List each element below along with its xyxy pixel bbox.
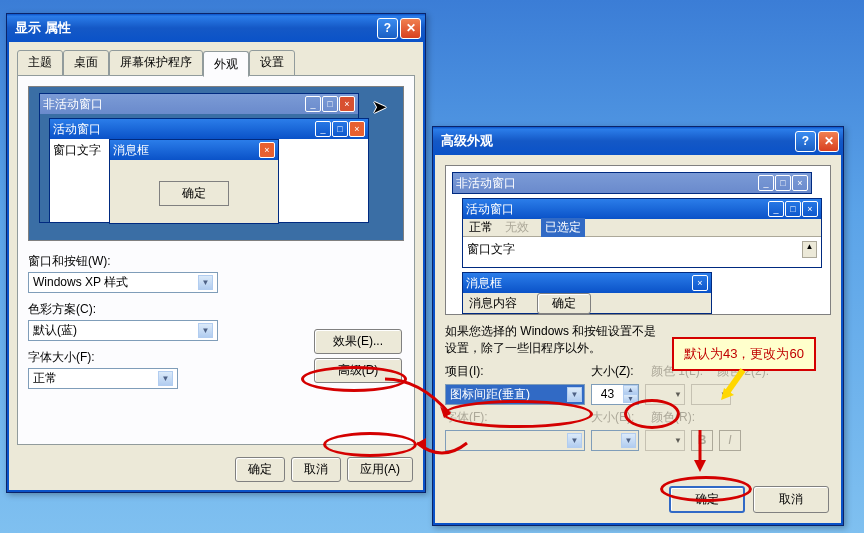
spin-up-icon[interactable]: ▲ <box>623 385 638 394</box>
cancel-button[interactable]: 取消 <box>753 486 829 513</box>
close-icon: × <box>259 142 275 158</box>
close-icon: × <box>339 96 355 112</box>
min-icon: _ <box>758 175 774 191</box>
combo-color-scheme[interactable]: 默认(蓝)▼ <box>28 320 218 341</box>
window-title: 高级外观 <box>437 132 795 150</box>
menu-disabled: 无效 <box>505 219 529 236</box>
menu-normal: 正常 <box>469 219 493 236</box>
min-icon: _ <box>768 201 784 217</box>
advanced-appearance-dialog: 高级外观 ? ✕ 非活动窗口 _□× 活动窗口 _□× 正常 无效 已选 <box>432 126 844 526</box>
tab-screensaver[interactable]: 屏幕保护程序 <box>109 50 203 76</box>
spin-down-icon[interactable]: ▼ <box>623 394 638 403</box>
dropdown-icon: ▼ <box>567 433 582 448</box>
dropdown-icon: ▼ <box>198 323 213 338</box>
preview-window-text: 窗口文字 <box>467 241 515 258</box>
combo-font-size[interactable]: 正常▼ <box>28 368 178 389</box>
max-icon: □ <box>785 201 801 217</box>
combo-item[interactable]: 图标间距(垂直)▼ <box>445 384 585 405</box>
tab-appearance[interactable]: 外观 <box>203 51 249 77</box>
fcolor-button: ▼ <box>645 430 685 451</box>
display-properties-dialog: 显示 属性 ? ✕ 主题 桌面 屏幕保护程序 外观 设置 非活动窗口 _□× 活… <box>6 13 426 493</box>
tab-theme[interactable]: 主题 <box>17 50 63 76</box>
close-icon: × <box>802 201 818 217</box>
titlebar[interactable]: 显示 属性 ? ✕ <box>7 14 425 42</box>
spinner-size[interactable]: 43 ▲▼ <box>591 384 639 405</box>
dropdown-icon: ▼ <box>567 387 582 402</box>
dropdown-icon: ▼ <box>198 275 213 290</box>
close-icon: × <box>692 275 708 291</box>
menu-selected: 已选定 <box>541 218 585 237</box>
ok-button[interactable]: 确定 <box>235 457 285 482</box>
max-icon: □ <box>775 175 791 191</box>
min-icon: _ <box>305 96 321 112</box>
close-icon: × <box>349 121 365 137</box>
label-size: 大小(Z): <box>591 363 645 380</box>
tab-desktop[interactable]: 桌面 <box>63 50 109 76</box>
label-fsize: 大小(E): <box>591 409 645 426</box>
advanced-button[interactable]: 高级(D) <box>314 358 402 383</box>
color1-button: ▼ <box>645 384 685 405</box>
bold-button: B <box>691 430 713 451</box>
preview-msgbox: 消息框 × 确定 <box>109 139 279 224</box>
dropdown-icon: ▼ <box>621 433 636 448</box>
cancel-button[interactable]: 取消 <box>291 457 341 482</box>
preview-msgbox-title: 消息框 <box>113 142 149 159</box>
effects-button[interactable]: 效果(E)... <box>314 329 402 354</box>
titlebar[interactable]: 高级外观 ? ✕ <box>433 127 843 155</box>
help-button[interactable]: ? <box>377 18 398 39</box>
italic-button: I <box>719 430 741 451</box>
label-color-scheme: 色彩方案(C): <box>28 301 404 318</box>
tab-strip: 主题 桌面 屏幕保护程序 外观 设置 <box>17 50 415 76</box>
preview-area: 非活动窗口 _□× 活动窗口 _□× 正常 无效 已选定 窗口文字 ▲ <box>445 165 831 315</box>
preview-msgbox-ok: 确定 <box>159 181 229 206</box>
window-title: 显示 属性 <box>11 19 377 37</box>
preview-msgbox: 消息框 × 消息内容 确定 <box>462 272 712 314</box>
preview-inactive-title: 非活动窗口 <box>43 96 103 113</box>
preview-window-text: 窗口文字 <box>53 143 101 157</box>
label-font: 字体(F): <box>445 409 585 426</box>
preview-area: 非活动窗口 _□× 活动窗口 _□× 窗口文字 消息框 × 确定 <box>28 86 404 241</box>
scrollbar-icon: ▲ <box>802 241 817 258</box>
dropdown-icon: ▼ <box>158 371 173 386</box>
combo-font: ▼ <box>445 430 585 451</box>
apply-button[interactable]: 应用(A) <box>347 457 413 482</box>
min-icon: _ <box>315 121 331 137</box>
preview-active-window: 活动窗口 _□× 正常 无效 已选定 窗口文字 ▲ <box>462 198 822 268</box>
label-windows-buttons: 窗口和按钮(W): <box>28 253 404 270</box>
preview-msg-text: 消息内容 <box>469 295 517 312</box>
preview-msgbox-ok: 确定 <box>537 293 591 314</box>
max-icon: □ <box>332 121 348 137</box>
close-button[interactable]: ✕ <box>818 131 839 152</box>
preview-active-title: 活动窗口 <box>53 121 101 138</box>
max-icon: □ <box>322 96 338 112</box>
combo-fsize: ▼ <box>591 430 639 451</box>
label-fcolor: 颜色(R): <box>651 409 695 426</box>
close-button[interactable]: ✕ <box>400 18 421 39</box>
ok-button[interactable]: 确定 <box>669 486 745 513</box>
label-item: 项目(I): <box>445 363 585 380</box>
tab-settings[interactable]: 设置 <box>249 50 295 76</box>
preview-inactive-window: 非活动窗口 _□× <box>452 172 812 194</box>
color2-button: ▼ <box>691 384 731 405</box>
combo-windows-buttons[interactable]: Windows XP 样式▼ <box>28 272 218 293</box>
help-button[interactable]: ? <box>795 131 816 152</box>
close-icon: × <box>792 175 808 191</box>
appearance-panel: 非活动窗口 _□× 活动窗口 _□× 窗口文字 消息框 × 确定 <box>17 75 415 445</box>
annotation-callout: 默认为43，更改为60 <box>672 337 816 371</box>
